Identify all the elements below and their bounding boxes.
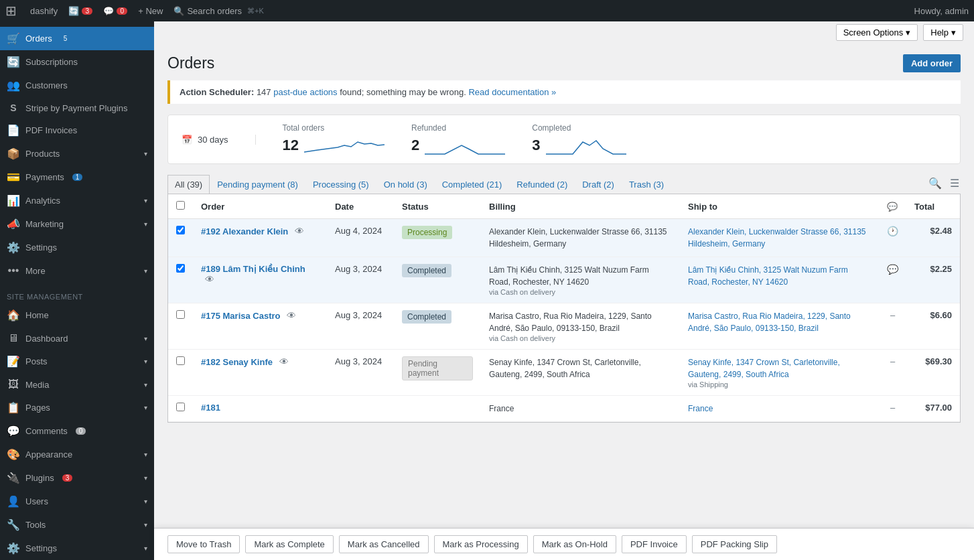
sidebar-item-media[interactable]: 🖼 Media ▾ xyxy=(0,373,154,396)
pdf-packing-slip-button[interactable]: PDF Packing Slip xyxy=(692,535,777,553)
sidebar-label-site-settings: Settings xyxy=(25,543,57,553)
notice-link-docs[interactable]: Read documentation » xyxy=(468,87,556,97)
new-item[interactable]: + New xyxy=(133,0,168,21)
order-link-175[interactable]: #175 Marisa Castro xyxy=(201,311,281,321)
sidebar-item-dashboard[interactable]: 🖥 Dashboard ▾ xyxy=(0,327,154,350)
add-order-button[interactable]: Add order xyxy=(903,54,961,72)
row-billing-4: Senay Kinfe, 1347 Crown St, Carletonvill… xyxy=(481,350,680,396)
analytics-arrow: ▾ xyxy=(144,197,147,204)
notice-link-past-due[interactable]: past-due actions xyxy=(273,87,337,97)
row-order-3: #175 Marisa Castro 👁 xyxy=(193,303,327,350)
sidebar-item-plugins[interactable]: 🔌 Plugins 3 ▾ xyxy=(0,466,154,490)
ship-link-3[interactable]: Marisa Castro, Rua Rio Madeira, 1229, Sa… xyxy=(688,310,871,334)
move-to-trash-button[interactable]: Move to Trash xyxy=(167,535,240,553)
th-icon: 💬 xyxy=(879,194,906,219)
sidebar-item-settings[interactable]: ⚙️ Settings xyxy=(0,236,154,259)
order-link-192[interactable]: #192 Alexander Klein xyxy=(201,226,288,236)
sidebar-item-analytics[interactable]: 📊 Analytics ▾ xyxy=(0,189,154,212)
screen-options-button[interactable]: Screen Options ▾ xyxy=(836,24,918,41)
table-row: #192 Alexander Klein 👁 Aug 4, 2024 Proce… xyxy=(168,219,960,257)
order-link-182[interactable]: #182 Senay Kinfe xyxy=(201,357,273,367)
sidebar-label-more: More xyxy=(25,266,46,276)
th-checkbox xyxy=(168,194,193,219)
sidebar-item-payments[interactable]: 💳 Payments 1 xyxy=(0,165,154,189)
ship-link-4[interactable]: Senay Kinfe, 1347 Crown St, Carletonvill… xyxy=(688,356,871,380)
order-link-181[interactable]: #181 xyxy=(201,403,220,413)
mark-cancelled-button[interactable]: Mark as Cancelled xyxy=(339,535,429,553)
sidebar-item-subscriptions[interactable]: 🔄 Subscriptions xyxy=(0,50,154,74)
row-checkbox-1[interactable] xyxy=(168,219,193,257)
site-name[interactable]: dashify xyxy=(25,0,63,21)
comments-item[interactable]: 💬 0 xyxy=(98,0,133,21)
sidebar-label-pdf: PDF Invoices xyxy=(25,125,77,135)
ship-link-2[interactable]: Lâm Thị Kiều Chinh, 3125 Walt Nuzum Farm… xyxy=(688,264,871,288)
status-badge-4: Pending payment xyxy=(402,356,473,380)
th-status[interactable]: Status xyxy=(394,194,481,219)
tab-processing[interactable]: Processing (5) xyxy=(305,175,376,194)
row-select-3[interactable] xyxy=(176,310,185,319)
sidebar-item-pdf-invoices[interactable]: 📄 PDF Invoices xyxy=(0,119,154,142)
row-checkbox-5[interactable] xyxy=(168,396,193,422)
sidebar-item-tools[interactable]: 🔧 Tools ▾ xyxy=(0,513,154,537)
th-order[interactable]: Order xyxy=(193,194,327,219)
comments-count: 0 xyxy=(117,7,127,15)
tab-trash[interactable]: Trash (3) xyxy=(622,175,671,194)
clock-icon-1: 🕐 xyxy=(887,226,898,236)
select-all-checkbox[interactable] xyxy=(176,201,185,210)
row-checkbox-3[interactable] xyxy=(168,303,193,350)
sidebar-label-orders: Orders xyxy=(25,33,52,44)
pdf-invoice-button[interactable]: PDF Invoice xyxy=(622,535,687,553)
mark-complete-button[interactable]: Mark as Complete xyxy=(245,535,333,553)
sidebar-item-users[interactable]: 👤 Users ▾ xyxy=(0,490,154,513)
row-checkbox-2[interactable] xyxy=(168,257,193,303)
sidebar-item-comments[interactable]: 💬 Comments 0 xyxy=(0,419,154,443)
sidebar-item-stripe[interactable]: S Stripe by Payment Plugins xyxy=(0,97,154,119)
page-title: Orders xyxy=(167,54,214,72)
tab-on-hold[interactable]: On hold (3) xyxy=(376,175,435,194)
search-orders-button[interactable]: 🔍 xyxy=(927,176,943,191)
sidebar-item-more[interactable]: ••• More ▾ xyxy=(0,259,154,282)
mark-processing-button[interactable]: Mark as Processing xyxy=(434,535,528,553)
row-select-1[interactable] xyxy=(176,226,185,234)
row-select-4[interactable] xyxy=(176,356,185,365)
tab-draft[interactable]: Draft (2) xyxy=(575,175,622,194)
order-link-189[interactable]: #189 Lâm Thị Kiều Chinh xyxy=(201,264,305,274)
row-eye-icon-1[interactable]: 👁 xyxy=(295,226,304,236)
row-checkbox-4[interactable] xyxy=(168,350,193,396)
sidebar-item-products[interactable]: 📦 Products ▾ xyxy=(0,142,154,165)
th-total[interactable]: Total xyxy=(906,194,960,219)
row-select-5[interactable] xyxy=(176,403,185,411)
ship-link-1[interactable]: Alexander Klein, Luckenwalder Strasse 66… xyxy=(688,226,871,250)
sidebar-item-site-settings[interactable]: ⚙️ Settings ▾ xyxy=(0,537,154,560)
wp-logo[interactable]: ⊞ xyxy=(5,3,17,19)
th-date[interactable]: Date xyxy=(327,194,394,219)
tab-completed[interactable]: Completed (21) xyxy=(435,175,510,194)
tab-refunded[interactable]: Refunded (2) xyxy=(509,175,575,194)
row-select-2[interactable] xyxy=(176,264,185,273)
tab-pending[interactable]: Pending payment (8) xyxy=(210,175,305,194)
row-eye-icon-2[interactable]: 👁 xyxy=(205,274,214,285)
row-order-5: #181 xyxy=(193,396,327,422)
filter-orders-button[interactable]: ☰ xyxy=(949,176,961,191)
table-row: #175 Marisa Castro 👁 Aug 3, 2024 Complet… xyxy=(168,303,960,350)
search-orders[interactable]: 🔍 Search orders ⌘+K xyxy=(168,0,269,21)
tab-all[interactable]: All (39) xyxy=(167,175,210,194)
row-eye-icon-3[interactable]: 👁 xyxy=(287,310,296,321)
sidebar-item-marketing[interactable]: 📣 Marketing ▾ xyxy=(0,212,154,236)
sidebar-item-appearance[interactable]: 🎨 Appearance ▾ xyxy=(0,443,154,466)
sidebar-item-home[interactable]: 🏠 Home xyxy=(0,303,154,327)
sidebar-item-orders[interactable]: 🛒 Orders 5 xyxy=(0,27,154,50)
ship-link-5[interactable]: France xyxy=(688,403,871,415)
help-button[interactable]: Help ▾ xyxy=(923,24,963,41)
sidebar-item-pages[interactable]: 📋 Pages ▾ xyxy=(0,396,154,419)
sidebar-item-customers[interactable]: 👥 Customers xyxy=(0,74,154,97)
mark-on-hold-button[interactable]: Mark as On-Hold xyxy=(533,535,616,553)
row-eye-icon-4[interactable]: 👁 xyxy=(279,356,289,367)
page-content: Orders Add order Action Scheduler: 147 p… xyxy=(154,44,974,433)
row-order-4: #182 Senay Kinfe 👁 xyxy=(193,350,327,396)
stats-period[interactable]: 📅 30 days xyxy=(182,135,256,145)
row-date-3: Aug 3, 2024 xyxy=(327,303,394,350)
updates-item[interactable]: 🔄 3 xyxy=(63,0,98,21)
sidebar-item-posts[interactable]: 📝 Posts ▾ xyxy=(0,350,154,373)
sidebar-label-customers: Customers xyxy=(25,80,68,90)
